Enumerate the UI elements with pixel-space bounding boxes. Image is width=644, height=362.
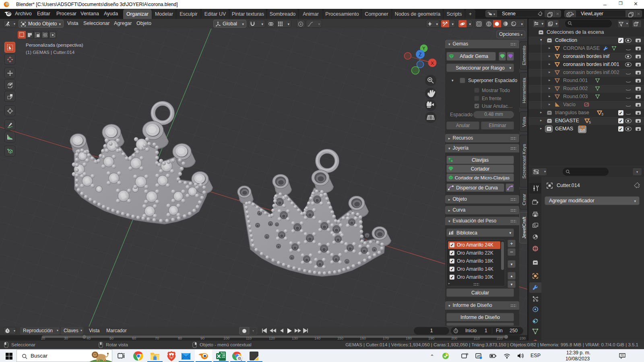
svg-text:Y: Y — [422, 46, 425, 51]
svg-text:Z: Z — [419, 52, 421, 58]
svg-text:X: X — [431, 61, 434, 66]
